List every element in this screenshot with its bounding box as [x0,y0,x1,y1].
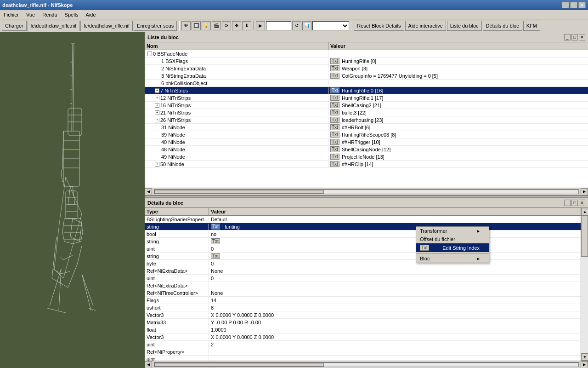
detail-row[interactable]: BSLightingShaderPropert...Default [145,216,581,223]
detail-row[interactable]: float1.0000 [145,326,581,334]
aide-button[interactable]: Aide interactive [405,21,446,31]
block-select[interactable] [312,21,349,30]
detail-row[interactable]: uint0 [145,275,581,282]
tree-row[interactable]: +21 NiTriStripsTxtbullet3 [22] [145,109,588,116]
value-input[interactable]: -0.033 [266,21,291,30]
detail-row[interactable]: stringTxt [145,238,581,245]
tree-row[interactable]: -0 BSFadeNode [145,50,588,58]
scroll-track[interactable] [154,190,579,194]
ctx-edit-string[interactable]: Txt Edit String Index [416,243,489,252]
tree-row[interactable]: 2 NiStringExtraDataTxtWeapon [3] [145,65,588,72]
detail-row[interactable]: stringTxt [145,253,581,260]
v-scroll-track[interactable] [581,215,588,353]
play-icon[interactable]: ▶ [256,21,265,30]
tree-row[interactable]: +50 NiNodeTxt##HRClip [14] [145,161,588,168]
detail-row[interactable]: Vector3X 0.0000 Y 0.0000 Z 0.0000 [145,334,581,341]
close-panel-button[interactable]: ✕ [579,34,585,40]
render-icon[interactable]: 🎬 [212,21,221,30]
detail-row[interactable]: stringTxtHunting [145,223,581,230]
refresh-icon[interactable]: ↺ [292,21,301,30]
scroll-up-button[interactable]: ▲ [581,208,588,215]
zoom-icon[interactable]: ⬇ [242,21,251,30]
ctx-offset[interactable]: Offset du fichier [416,235,489,243]
tree-row[interactable]: 1 BSXFlagsTxtHuntingRifle [0] [145,58,588,65]
details-h-scrollbar[interactable]: ◀ ▶ [145,361,588,368]
h-scrollbar[interactable]: ◀ ▶ [145,188,588,195]
detail-row[interactable]: Ref<NiExtraData>None [145,267,581,275]
minimize-button[interactable]: _ [562,2,569,8]
menu-vue[interactable]: Vue [24,12,37,18]
reset-button[interactable]: Reset Block Details [354,21,404,31]
detail-row[interactable]: uint [145,356,581,361]
move-icon[interactable]: ✥ [232,21,241,30]
charger-button[interactable]: Charger [2,21,27,31]
menu-fichier[interactable]: Fichier [2,12,21,18]
tree-row[interactable]: 40 NiNodeTxt##HRTrigger [10] [145,138,588,146]
tab-file-1[interactable]: le\deathclaw_rifle.nif [28,21,80,31]
title-bar-buttons[interactable]: _ □ ✕ [562,2,586,8]
light-icon[interactable]: 💡 [202,21,211,30]
details-button[interactable]: Détails du bloc [483,21,522,31]
details-table[interactable]: Type Valeur BSLightingShaderPropert...De… [145,208,581,361]
tree-row[interactable]: 31 NiNodeTxt##HRBolt [6] [145,124,588,131]
tree-row[interactable]: 6 bhkCollisionObject [145,80,588,87]
details-scroll-left[interactable]: ◀ [145,361,152,368]
enregistrer-button[interactable]: Enregistrer sous [134,21,177,31]
kfm-button[interactable]: KFM [523,21,540,31]
maximize-panel-button[interactable]: □ [571,34,578,40]
expand-icon[interactable]: + [155,96,159,100]
texture-icon[interactable]: 🔲 [192,21,201,30]
eye-icon[interactable]: 👁 [181,21,191,30]
context-menu[interactable]: Transformer ▶ Offset du fichier Txt Edit… [416,226,489,263]
tab-file-2[interactable]: le\deathclaw_rifle.nif [80,21,133,31]
tree-row[interactable]: +7 NiTriStripsTxtHuntingRifle:0 [16] [145,87,588,94]
menu-aide[interactable]: Aide [84,12,98,18]
tree-row[interactable]: +12 NiTriStripsTxtHuntingRifle:1 [17] [145,94,588,102]
detail-row[interactable]: Ref<NiTimeController>None [145,289,581,297]
v-scrollbar[interactable]: ▲ ▼ [581,208,588,361]
tree-row[interactable]: 49 NiNodeTxtProjectileNode [13] [145,153,588,161]
tree-row[interactable]: +26 NiTriStripsTxtloaderhousing [23] [145,116,588,124]
detail-row[interactable]: Ref<NiExtraData> [145,282,581,289]
rotate-icon[interactable]: ⟳ [222,21,231,30]
detail-row[interactable]: Flags14 [145,297,581,304]
details-scroll-right[interactable]: ▶ [581,361,588,368]
detail-row[interactable]: uint0 [145,245,581,253]
detail-row[interactable]: ushort8 [145,304,581,311]
minimize-panel-button[interactable]: _ [564,34,571,40]
tree-row[interactable]: 48 NiNodeTxtShellCasingNode [12] [145,146,588,153]
expand-icon[interactable]: + [155,88,159,93]
scroll-right-button[interactable]: ▶ [581,188,588,196]
menu-rendu[interactable]: Rendu [40,12,59,18]
expand-icon[interactable]: + [155,118,159,122]
details-scroll-thumb[interactable] [154,363,324,367]
detail-row[interactable]: Ref<NiProperty> [145,348,581,356]
tree-row[interactable]: 39 NiNodeTxtHuntingRifleScope03 [8] [145,131,588,138]
scroll-thumb[interactable] [154,190,324,194]
ctx-transformer[interactable]: Transformer ▶ [416,227,489,235]
close-button[interactable]: ✕ [578,2,586,8]
expand-icon[interactable]: + [155,162,159,167]
scroll-left-button[interactable]: ◀ [145,188,152,196]
maximize-button[interactable]: □ [570,2,577,8]
detail-row[interactable]: byte0 [145,260,581,267]
expand-icon[interactable]: + [155,110,159,115]
detail-row[interactable]: Matrix33Y -0.00 P 0.00 R -0.00 [145,319,581,326]
tree-row[interactable]: 3 NiStringExtraDataTxtColGroupInfo = 176… [145,72,588,80]
close-details-button[interactable]: ✕ [579,200,585,206]
tree-row[interactable]: +16 NiTriStripsTxtShellCasing2 [21] [145,102,588,109]
minimize-details-button[interactable]: _ [564,200,571,206]
scroll-down-button[interactable]: ▼ [581,353,588,361]
detail-row[interactable]: Vector3X 0.0000 Y 0.0000 Z 0.0000 [145,311,581,319]
detail-row[interactable]: boolno [145,230,581,238]
ctx-bloc[interactable]: Bloc ▶ [416,254,489,263]
menu-spells[interactable]: Spells [63,12,80,18]
liste-button[interactable]: Liste du bloc [447,21,482,31]
maximize-details-button[interactable]: □ [571,200,578,206]
expand-icon[interactable]: - [147,52,152,56]
tree-table[interactable]: Nom Valeur -0 BSFadeNode 1 BSXFlagsTxtHu… [145,42,588,188]
detail-row[interactable]: uint2 [145,341,581,348]
expand-icon[interactable]: + [155,103,159,108]
details-scroll-track[interactable] [154,362,579,367]
chart-icon[interactable]: 📊 [302,21,311,30]
